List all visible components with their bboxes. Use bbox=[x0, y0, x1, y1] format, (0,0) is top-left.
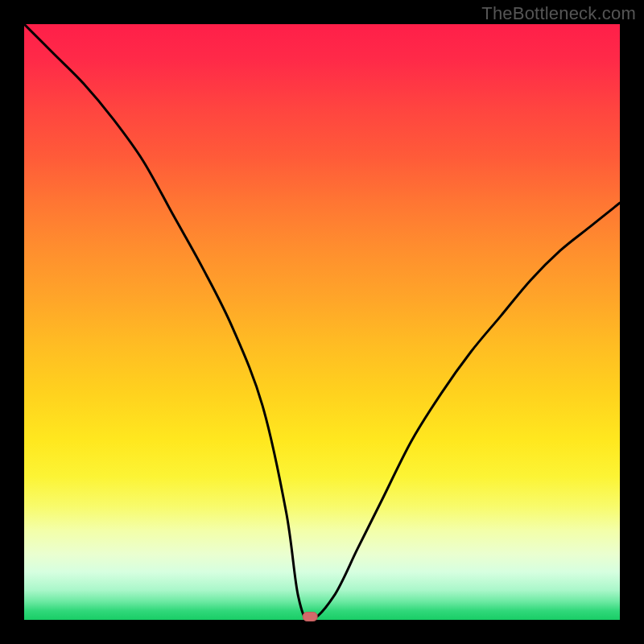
plot-area bbox=[24, 24, 620, 620]
watermark-text: TheBottleneck.com bbox=[481, 3, 636, 24]
chart-frame: TheBottleneck.com bbox=[0, 0, 644, 644]
marker-dot bbox=[303, 613, 317, 621]
chart-svg bbox=[24, 24, 620, 620]
bottleneck-curve bbox=[24, 24, 620, 620]
